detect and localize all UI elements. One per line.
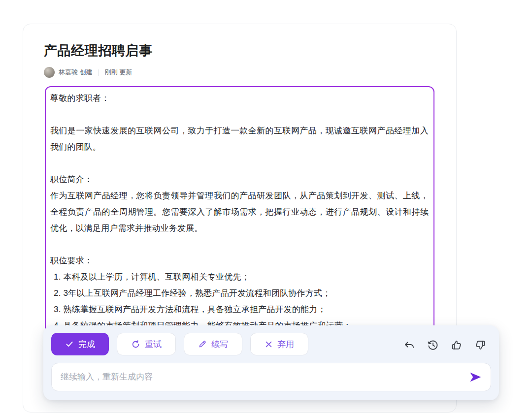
ai-button-row: 完成 重试 续写 弃用 (51, 333, 308, 355)
discard-button[interactable]: 弃用 (250, 333, 308, 355)
content-line: 职位简介： (50, 171, 429, 188)
undo-icon[interactable] (403, 339, 415, 351)
content-line-blank (50, 106, 429, 123)
pencil-icon (198, 340, 207, 349)
page-title: 产品经理招聘启事 (44, 42, 153, 60)
content-line-blank (50, 155, 429, 171)
feedback-icon-group (403, 339, 486, 351)
content-line-blank (50, 236, 429, 253)
retry-button[interactable]: 重试 (117, 333, 176, 355)
thumbs-down-icon[interactable] (474, 339, 486, 351)
prompt-input-row (51, 363, 491, 391)
ai-action-panel: 完成 重试 续写 弃用 (43, 325, 499, 400)
created-by-label: 林嘉骏 创建 (59, 68, 93, 77)
app-window: 产品经理招聘启事 林嘉骏 创建 刚刚 更新 尊敬的求职者： 我们是一家快速发展的… (0, 0, 532, 413)
meta-divider (99, 69, 99, 76)
retry-button-label: 重试 (145, 339, 162, 350)
send-icon[interactable] (468, 370, 483, 384)
history-icon[interactable] (427, 339, 439, 351)
content-line: 作为互联网产品经理，您将负责领导并管理我们的产品研发团队，从产品策划到开发、测试… (50, 188, 429, 236)
document-meta: 林嘉骏 创建 刚刚 更新 (44, 66, 132, 78)
prompt-input[interactable] (61, 372, 468, 382)
check-icon (65, 340, 74, 349)
thumbs-up-icon[interactable] (451, 339, 463, 351)
content-line: 职位要求： (50, 253, 429, 269)
close-icon (265, 340, 273, 349)
content-line: 我们是一家快速发展的互联网公司，致力于打造一款全新的互联网产品，现诚邀互联网产品… (50, 123, 429, 155)
content-list-item: 2. 3年以上互联网产品经理工作经验，熟悉产品开发流程和团队协作方式； (50, 285, 429, 301)
continue-button-label: 续写 (211, 339, 228, 350)
done-button[interactable]: 完成 (51, 333, 109, 355)
content-line: 尊敬的求职者： (50, 90, 429, 106)
updated-label: 刚刚 更新 (105, 68, 133, 77)
content-list-item: 3. 熟练掌握互联网产品开发方法和流程，具备独立承担产品开发的能力； (50, 301, 429, 318)
retry-icon (131, 340, 140, 349)
ai-generated-content-block[interactable]: 尊敬的求职者： 我们是一家快速发展的互联网公司，致力于打造一款全新的互联网产品，… (45, 86, 434, 333)
avatar (44, 67, 55, 78)
done-button-label: 完成 (78, 339, 95, 350)
continue-writing-button[interactable]: 续写 (184, 333, 242, 355)
discard-button-label: 弃用 (277, 339, 294, 350)
content-list-item: 1. 本科及以上学历，计算机、互联网相关专业优先； (50, 269, 429, 285)
